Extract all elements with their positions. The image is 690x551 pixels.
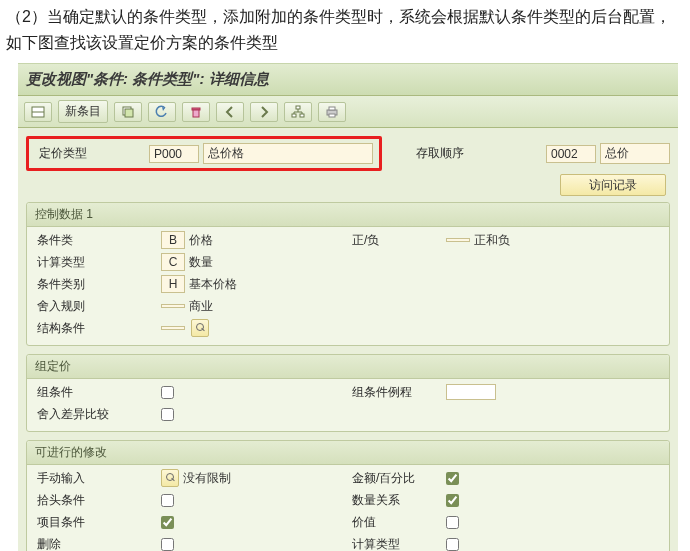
toggle-view-button[interactable] (24, 102, 52, 122)
cond-cat-label: 条件类别 (33, 274, 161, 295)
window-title: 更改视图"条件: 条件类型": 详细信息 (18, 63, 678, 96)
calc-type-label: 计算类型 (33, 252, 161, 273)
delete-label: 删除 (33, 534, 161, 551)
manual-desc: 没有限制 (183, 470, 231, 487)
cond-class-desc: 价格 (189, 232, 213, 249)
copy-button[interactable] (114, 102, 142, 122)
new-entries-button[interactable]: 新条目 (58, 100, 108, 123)
svg-rect-8 (300, 114, 304, 117)
group-cond-checkbox[interactable] (161, 386, 174, 399)
group-rout-label: 组条件例程 (348, 382, 446, 403)
rounding-desc: 商业 (189, 298, 213, 315)
prev-button[interactable] (216, 102, 244, 122)
access-seq-desc[interactable]: 总价 (600, 143, 670, 164)
access-log-button[interactable]: 访问记录 (560, 174, 666, 196)
head-cond-label: 拾头条件 (33, 490, 161, 511)
qty-rel-label: 数量关系 (348, 490, 446, 511)
rounding-code[interactable] (161, 304, 185, 308)
next-icon (257, 105, 271, 119)
header-row: 定价类型 P000 总价格 存取顺序 0002 总价 (26, 136, 670, 171)
calc-type2-label: 计算类型 (348, 534, 446, 551)
calc-type2-checkbox[interactable] (446, 538, 459, 551)
pricing-type-code[interactable]: P000 (149, 145, 199, 163)
access-seq-code[interactable]: 0002 (546, 145, 596, 163)
svg-rect-5 (193, 110, 199, 117)
svg-rect-7 (292, 114, 296, 117)
struct-cond-label: 结构条件 (33, 318, 161, 339)
struct-cond-f4[interactable] (191, 319, 209, 337)
panel-group-pricing: 组定价 组条件 舍入差异比较 组条件例程 (26, 354, 670, 432)
value-checkbox[interactable] (446, 516, 459, 529)
cond-cat-desc: 基本价格 (189, 276, 237, 293)
item-cond-checkbox[interactable] (161, 516, 174, 529)
calc-type-code[interactable]: C (161, 253, 185, 271)
sign-label: 正/负 (348, 230, 446, 251)
toggle-icon (31, 105, 45, 119)
value-label: 价值 (348, 512, 446, 533)
delete-checkbox[interactable] (161, 538, 174, 551)
cond-cat-code[interactable]: H (161, 275, 185, 293)
content-area: 定价类型 P000 总价格 存取顺序 0002 总价 访问记录 控制数据 1 条… (18, 128, 678, 551)
struct-cond-code[interactable] (161, 326, 185, 330)
svg-rect-14 (329, 107, 335, 110)
undo-button[interactable] (148, 102, 176, 122)
pricing-type-desc[interactable]: 总价格 (203, 143, 373, 164)
toolbar: 新条目 (18, 96, 678, 128)
sign-desc: 正和负 (474, 232, 510, 249)
group-rout-input[interactable] (446, 384, 496, 400)
item-cond-label: 项目条件 (33, 512, 161, 533)
panel-control-data: 控制数据 1 条件类 B 价格 计算类型 C 数量 条件类别 H (26, 202, 670, 346)
diff-cmp-checkbox[interactable] (161, 408, 174, 421)
print-button[interactable] (318, 102, 346, 122)
panel-modifications-title: 可进行的修改 (27, 441, 669, 465)
head-cond-checkbox[interactable] (161, 494, 174, 507)
tree-button[interactable] (284, 102, 312, 122)
amt-pct-label: 金额/百分比 (348, 468, 446, 489)
panel-group-pricing-title: 组定价 (27, 355, 669, 379)
manual-label: 手动输入 (33, 468, 161, 489)
tree-icon (291, 105, 305, 119)
calc-type-desc: 数量 (189, 254, 213, 271)
new-entries-label: 新条目 (65, 103, 101, 120)
pricing-type-highlight: 定价类型 P000 总价格 (26, 136, 382, 171)
group-cond-label: 组条件 (33, 382, 161, 403)
panel-control-data-title: 控制数据 1 (27, 203, 669, 227)
undo-icon (155, 105, 169, 119)
amt-pct-checkbox[interactable] (446, 472, 459, 485)
qty-rel-checkbox[interactable] (446, 494, 459, 507)
panel-modifications: 可进行的修改 手动输入 没有限制 拾头条件 项目条件 (26, 440, 670, 551)
diff-cmp-label: 舍入差异比较 (33, 404, 161, 425)
cond-class-code[interactable]: B (161, 231, 185, 249)
delete-button[interactable] (182, 102, 210, 122)
pricing-type-label: 定价类型 (35, 143, 149, 164)
access-seq-label: 存取顺序 (412, 143, 490, 164)
svg-rect-6 (296, 106, 300, 109)
prev-icon (223, 105, 237, 119)
svg-rect-15 (329, 114, 335, 117)
svg-rect-3 (125, 109, 133, 117)
delete-icon (189, 105, 203, 119)
sap-window: 更改视图"条件: 条件类型": 详细信息 新条目 (18, 63, 678, 551)
rounding-label: 舍入规则 (33, 296, 161, 317)
cond-class-label: 条件类 (33, 230, 161, 251)
sign-code[interactable] (446, 238, 470, 242)
print-icon (325, 105, 339, 119)
intro-text: （2）当确定默认的条件类型，添加附加的条件类型时，系统会根据默认条件类型的后台配… (0, 0, 690, 61)
manual-f4[interactable] (161, 469, 179, 487)
copy-icon (121, 105, 135, 119)
next-button[interactable] (250, 102, 278, 122)
